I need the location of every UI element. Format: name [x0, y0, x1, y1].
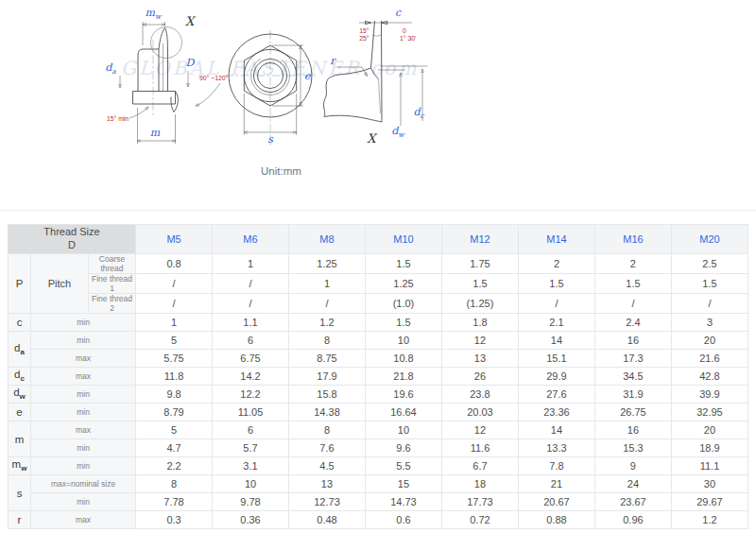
value-cell: 1.1 [213, 314, 289, 332]
table-row: max5.756.758.7510.81315.117.321.6 [9, 350, 748, 368]
column-header-m5[interactable]: M5 [136, 225, 213, 254]
value-cell: 39.9 [671, 386, 747, 404]
dim-label-m: m [150, 127, 161, 139]
row-sublabel: min [31, 439, 136, 457]
row-sublabel: min [31, 386, 136, 404]
column-header-m16[interactable]: M16 [594, 225, 671, 254]
value-cell: 0.88 [518, 511, 594, 529]
row-sublabel: Fine thread 2 [89, 294, 136, 314]
dim-label-r: r [330, 55, 336, 67]
value-cell: 29.9 [518, 368, 594, 386]
dim-label-e: e [304, 70, 312, 82]
value-cell: 21 [518, 475, 594, 493]
value-cell: 16 [594, 421, 671, 439]
value-cell: 9.78 [213, 493, 289, 511]
value-cell: 1.5 [518, 274, 594, 294]
table-header-row: Thread Size D M5M6M8M10M12M14M16M20 [9, 225, 748, 254]
value-cell: 0.36 [213, 511, 289, 529]
value-cell: 16.64 [365, 404, 441, 421]
table-row: dwmin9.812.215.819.623.827.631.939.9 [9, 386, 748, 404]
row-symbol: c [9, 314, 31, 332]
column-header-m6[interactable]: M6 [213, 225, 289, 254]
table-row: Fine thread 1//11.251.51.51.51.5 [9, 274, 748, 294]
column-header-m10[interactable]: M10 [365, 225, 441, 254]
table-row: mwmin2.23.14.55.56.77.8911.1 [9, 457, 748, 475]
value-cell: 1.2 [671, 511, 747, 529]
value-cell: 27.6 [518, 386, 594, 404]
value-cell: 26 [441, 368, 518, 386]
value-cell: 10 [365, 421, 441, 439]
table-row: min4.75.77.69.611.613.315.318.9 [9, 439, 748, 457]
column-header-m8[interactable]: M8 [289, 225, 366, 254]
value-cell: 23.67 [594, 493, 671, 511]
table-row: dcmax11.814.217.921.82629.934.542.8 [9, 368, 748, 386]
value-cell: 1.5 [441, 274, 518, 294]
value-cell: 23.36 [518, 404, 594, 421]
value-cell: 0.8 [136, 254, 213, 274]
dim-label-mw: mw [146, 7, 163, 21]
value-cell: 1.25 [365, 274, 441, 294]
value-cell: 3.1 [213, 457, 289, 475]
value-cell: 0.6 [365, 511, 441, 529]
value-cell: 15 [365, 475, 441, 493]
unit-label: Unit:mm [261, 165, 301, 177]
angle-label-flange: 15° min [107, 115, 129, 122]
value-cell: 11.1 [671, 457, 747, 475]
value-cell: 6 [213, 421, 289, 439]
value-cell: 6.7 [441, 457, 518, 475]
value-cell: 17.73 [441, 493, 518, 511]
value-cell: 8 [136, 475, 213, 493]
value-cell: 9 [594, 457, 671, 475]
value-cell: 1.5 [365, 314, 441, 332]
value-cell: 1.75 [441, 254, 518, 274]
value-cell: / [518, 294, 594, 314]
angle-label-chamfer: 90° ~120° [199, 75, 228, 81]
table-row: emin8.7911.0514.3816.6420.0323.3626.7532… [9, 404, 748, 421]
value-cell: 42.8 [671, 368, 747, 386]
value-cell: 17.3 [594, 350, 671, 368]
table-row: min7.789.7812.7314.7317.7320.6723.6729.6… [9, 493, 748, 511]
value-cell: 31.9 [594, 386, 671, 404]
dim-label-D: D [186, 57, 196, 69]
row-symbol: da [9, 332, 31, 368]
value-cell: 10 [365, 332, 441, 350]
row-sublabel: max=nominal size [31, 475, 136, 493]
value-cell: 14.73 [365, 493, 441, 511]
row-symbol: P [9, 254, 31, 314]
value-cell: 19.6 [365, 386, 441, 404]
row-sublabel: Coarse thread [89, 254, 136, 274]
value-cell: / [671, 294, 747, 314]
value-cell: 5.7 [213, 439, 289, 457]
detail-mark-x: X [185, 14, 197, 28]
value-cell: 1 [213, 254, 289, 274]
value-cell: 9.8 [136, 386, 213, 404]
value-cell: / [213, 294, 289, 314]
value-cell: 11.6 [441, 439, 518, 457]
table-row: Fine thread 2///(1.0)(1.25)/// [9, 294, 748, 314]
detail-mark-x: X [367, 131, 378, 146]
value-cell: 12 [441, 421, 518, 439]
column-header-m20[interactable]: M20 [671, 225, 747, 254]
value-cell: 13.3 [518, 439, 594, 457]
value-cell: 2 [518, 254, 594, 274]
value-cell: 12.73 [289, 493, 366, 511]
value-cell: 11.8 [136, 368, 213, 386]
row-symbol: m [9, 421, 31, 457]
table-row: mmax5681012141620 [9, 421, 748, 439]
row-sublabel: max [31, 511, 136, 529]
value-cell: 29.67 [671, 493, 747, 511]
value-cell: 10 [213, 475, 289, 493]
value-cell: 20 [671, 332, 747, 350]
value-cell: 23.8 [441, 386, 518, 404]
corner-header-line2: D [9, 239, 135, 252]
value-cell: / [289, 294, 366, 314]
value-cell: 18.9 [671, 439, 747, 457]
value-cell: 2.2 [136, 457, 213, 475]
flange-nut-spec-page: GLOBAL FASTENER.com [0, 0, 756, 533]
value-cell: 2.5 [671, 254, 747, 274]
value-cell: / [136, 274, 213, 294]
row-symbol: s [9, 475, 31, 511]
column-header-m14[interactable]: M14 [518, 225, 594, 254]
column-header-m12[interactable]: M12 [441, 225, 518, 254]
row-symbol: r [9, 511, 31, 529]
